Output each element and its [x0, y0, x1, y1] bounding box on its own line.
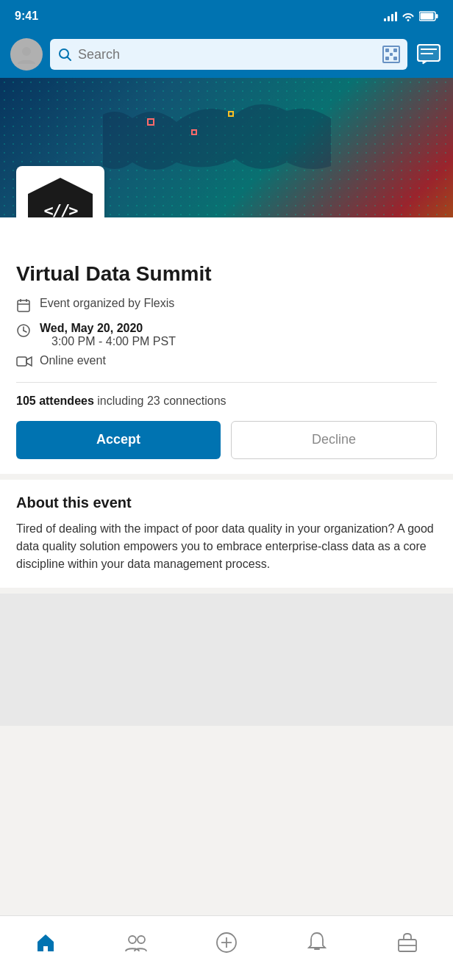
divider-1	[16, 382, 437, 383]
battery-icon	[419, 11, 438, 21]
signal-icon	[384, 11, 397, 21]
nav-jobs[interactable]	[378, 932, 437, 953]
event-type-row: Online event	[16, 354, 437, 370]
event-type-text: Online event	[40, 354, 106, 367]
attendees-text: 105 attendees including 23 connections	[16, 394, 437, 408]
wifi-icon	[402, 11, 415, 21]
messages-icon[interactable]	[415, 40, 443, 68]
svg-rect-2	[436, 14, 438, 18]
header	[0, 32, 453, 78]
svg-rect-1	[421, 13, 434, 20]
content-filler	[0, 594, 453, 726]
clock-icon	[16, 323, 32, 341]
post-icon	[215, 932, 238, 954]
calendar-icon	[16, 298, 32, 316]
status-icons	[384, 11, 438, 21]
svg-line-16	[24, 331, 26, 332]
decline-button[interactable]: Decline	[231, 421, 437, 459]
svg-point-18	[129, 936, 136, 943]
svg-point-3	[22, 47, 31, 56]
bottom-nav	[0, 915, 453, 980]
notifications-icon	[307, 932, 327, 954]
event-content: Virtual Data Summit Event organized by F…	[0, 217, 453, 474]
event-time: 3:00 PM - 4:00 PM PST	[40, 335, 176, 348]
event-date: Wed, May 20, 2020	[40, 322, 176, 335]
nav-network[interactable]	[107, 932, 165, 953]
action-buttons: Accept Decline	[16, 421, 437, 459]
about-section: About this event Tired of dealing with t…	[0, 480, 453, 588]
accept-button[interactable]: Accept	[16, 421, 221, 459]
network-icon	[125, 932, 147, 953]
attendees-count: 105 attendees	[16, 394, 94, 407]
datetime-text: Wed, May 20, 2020 3:00 PM - 4:00 PM PST	[40, 322, 176, 348]
avatar[interactable]	[10, 38, 43, 71]
svg-rect-10	[18, 300, 29, 311]
home-icon	[35, 932, 56, 953]
svg-point-19	[138, 936, 145, 943]
organizer-row: Event organized by Flexis	[16, 297, 437, 316]
nav-post[interactable]	[197, 932, 256, 954]
datetime-row: Wed, May 20, 2020 3:00 PM - 4:00 PM PST	[16, 322, 437, 348]
event-banner: <//>	[0, 78, 453, 217]
organizer-text: Event organized by Flexis	[40, 297, 174, 310]
video-icon	[16, 356, 32, 370]
event-meta: Event organized by Flexis Wed, May 20, 2…	[16, 297, 437, 370]
event-title: Virtual Data Summit	[16, 262, 437, 287]
code-logo-icon: <//>	[28, 178, 93, 217]
svg-line-5	[68, 57, 71, 61]
search-icon	[57, 47, 72, 62]
jobs-icon	[397, 932, 418, 953]
event-logo: <//>	[16, 166, 104, 217]
search-bar[interactable]	[50, 39, 407, 70]
about-description: Tired of dealing with the impact of poor…	[16, 520, 437, 573]
status-time: 9:41	[15, 10, 38, 23]
search-input[interactable]	[78, 47, 377, 62]
about-title: About this event	[16, 494, 437, 511]
qr-scanner-icon[interactable]	[382, 46, 400, 63]
nav-home[interactable]	[16, 932, 75, 953]
status-bar: 9:41	[0, 0, 453, 32]
nav-notifications[interactable]	[288, 932, 346, 954]
svg-rect-17	[17, 357, 26, 366]
